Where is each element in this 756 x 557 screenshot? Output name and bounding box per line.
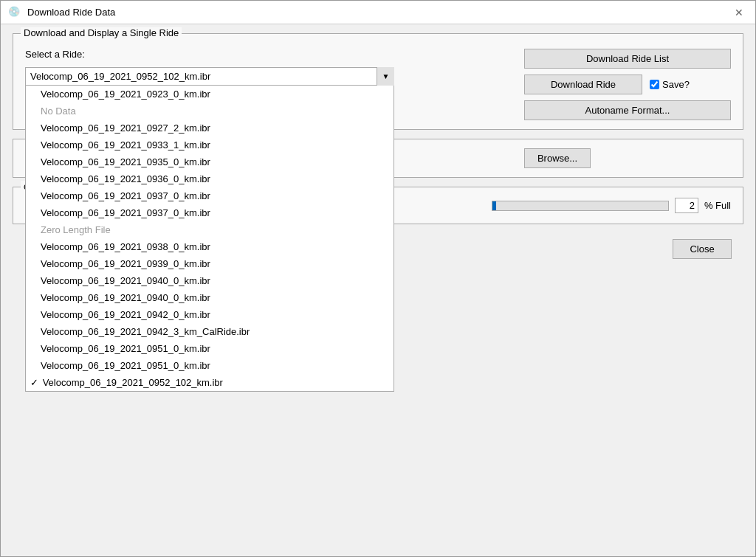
dropdown-item[interactable]: Velocomp_06_19_2021_0936_0_km.ibr bbox=[26, 170, 394, 187]
ride-dropdown-container: Velocomp_06_19_2021_0952_102_km.ibr ▼ Ve… bbox=[25, 67, 394, 86]
dropdown-item-selected[interactable]: Velocomp_06_19_2021_0952_102_km.ibr bbox=[26, 374, 394, 391]
dialog-body: Download and Display a Single Ride Selec… bbox=[1, 24, 755, 556]
save-checkbox[interactable] bbox=[650, 80, 659, 89]
close-button[interactable]: Close bbox=[673, 239, 732, 259]
dropdown-item[interactable]: Velocomp_06_19_2021_0942_0_km.ibr bbox=[26, 306, 394, 323]
dropdown-item[interactable]: Velocomp_06_19_2021_0942_3_km_CalRide.ib… bbox=[26, 323, 394, 340]
dialog-title: Download Ride Data bbox=[27, 7, 115, 18]
percent-input[interactable]: 2 bbox=[675, 198, 698, 213]
save-label-text: Save? bbox=[662, 79, 690, 90]
dialog-window: 💿 Download Ride Data ✕ Download and Disp… bbox=[0, 0, 756, 557]
download-ride-row: Download Ride Save? bbox=[524, 75, 731, 94]
single-ride-section: Download and Display a Single Ride Selec… bbox=[13, 33, 743, 130]
dropdown-item[interactable]: Velocomp_06_19_2021_0937_0_km.ibr bbox=[26, 187, 394, 204]
download-ride-list-button[interactable]: Download Ride List bbox=[524, 49, 731, 69]
ride-dropdown-list: Velocomp_06_19_2021_0923_0_km.ibrNo Data… bbox=[25, 86, 394, 392]
dropdown-item[interactable]: Velocomp_06_19_2021_0940_0_km.ibr bbox=[26, 289, 394, 306]
save-checkbox-label[interactable]: Save? bbox=[650, 79, 690, 90]
dropdown-item-disabled: Zero Length File bbox=[26, 221, 394, 238]
dropdown-item-disabled: No Data bbox=[26, 103, 394, 120]
section1-left: Select a Ride: Velocomp_06_19_2021_0952_… bbox=[25, 49, 509, 120]
ride-dropdown[interactable]: Velocomp_06_19_2021_0952_102_km.ibr ▼ bbox=[25, 67, 394, 86]
download-ride-button[interactable]: Download Ride bbox=[524, 75, 642, 94]
percent-label-text: % Full bbox=[704, 200, 731, 211]
title-bar: 💿 Download Ride Data ✕ bbox=[1, 1, 755, 24]
dropdown-item[interactable]: Velocomp_06_19_2021_0938_0_km.ibr bbox=[26, 238, 394, 255]
dropdown-item[interactable]: Velocomp_06_19_2021_0923_0_km.ibr bbox=[26, 86, 394, 103]
lower-right: Browse... bbox=[524, 148, 731, 168]
memory-progress-bar bbox=[492, 201, 669, 211]
progress-fill bbox=[492, 201, 496, 210]
select-ride-label: Select a Ride: bbox=[25, 49, 509, 60]
dropdown-item[interactable]: Velocomp_06_19_2021_0940_0_km.ibr bbox=[26, 272, 394, 289]
section1-right: Download Ride List Download Ride Save? A… bbox=[524, 49, 731, 120]
dropdown-arrow-icon[interactable]: ▼ bbox=[377, 67, 394, 86]
section1-label: Download and Display a Single Ride bbox=[21, 27, 182, 38]
browse-button[interactable]: Browse... bbox=[524, 148, 591, 168]
autoname-format-button[interactable]: Autoname Format... bbox=[524, 100, 731, 120]
dropdown-item[interactable]: Velocomp_06_19_2021_0939_0_km.ibr bbox=[26, 255, 394, 272]
dropdown-item[interactable]: Velocomp_06_19_2021_0951_0_km.ibr bbox=[26, 357, 394, 374]
dropdown-item[interactable]: Velocomp_06_19_2021_0937_0_km.ibr bbox=[26, 204, 394, 221]
dropdown-item[interactable]: Velocomp_06_19_2021_0951_0_km.ibr bbox=[26, 340, 394, 357]
dropdown-item[interactable]: Velocomp_06_19_2021_0927_2_km.ibr bbox=[26, 120, 394, 136]
dropdown-item[interactable]: Velocomp_06_19_2021_0935_0_km.ibr bbox=[26, 153, 394, 170]
title-bar-left: 💿 Download Ride Data bbox=[8, 6, 115, 19]
dropdown-selected-text: Velocomp_06_19_2021_0952_102_km.ibr bbox=[30, 71, 210, 82]
app-icon: 💿 bbox=[8, 6, 21, 19]
section1-content: Select a Ride: Velocomp_06_19_2021_0952_… bbox=[25, 49, 731, 120]
dropdown-item[interactable]: Velocomp_06_19_2021_0933_1_km.ibr bbox=[26, 136, 394, 153]
close-window-button[interactable]: ✕ bbox=[730, 6, 748, 19]
browse-row: Browse... bbox=[524, 148, 731, 168]
